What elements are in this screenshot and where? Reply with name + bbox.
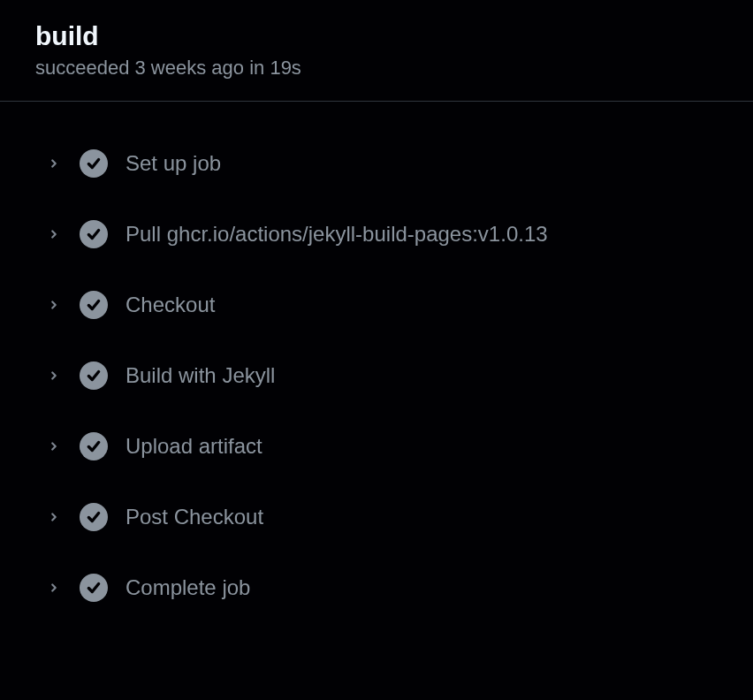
step-set-up-job[interactable]: Set up job bbox=[35, 128, 718, 199]
job-header: build succeeded 3 weeks ago in 19s bbox=[0, 0, 753, 102]
step-label: Upload artifact bbox=[126, 434, 262, 459]
steps-list: Set up job Pull ghcr.io/actions/jekyll-b… bbox=[0, 102, 753, 650]
step-label: Set up job bbox=[126, 151, 221, 176]
step-complete-job[interactable]: Complete job bbox=[35, 552, 718, 623]
chevron-right-icon bbox=[46, 438, 62, 454]
job-title: build bbox=[35, 21, 718, 51]
chevron-right-icon bbox=[46, 509, 62, 525]
check-circle-icon bbox=[80, 432, 108, 460]
check-circle-icon bbox=[80, 361, 108, 390]
check-circle-icon bbox=[80, 220, 108, 248]
step-label: Pull ghcr.io/actions/jekyll-build-pages:… bbox=[126, 222, 548, 247]
check-circle-icon bbox=[80, 291, 108, 319]
chevron-right-icon bbox=[46, 226, 62, 242]
chevron-right-icon bbox=[46, 297, 62, 313]
chevron-right-icon bbox=[46, 580, 62, 596]
step-label: Complete job bbox=[126, 575, 250, 600]
check-circle-icon bbox=[80, 574, 108, 602]
step-label: Build with Jekyll bbox=[126, 363, 275, 388]
chevron-right-icon bbox=[46, 156, 62, 171]
job-status: succeeded 3 weeks ago in 19s bbox=[35, 57, 718, 80]
step-label: Post Checkout bbox=[126, 505, 263, 529]
check-circle-icon bbox=[80, 503, 108, 531]
check-circle-icon bbox=[80, 149, 108, 178]
step-post-checkout[interactable]: Post Checkout bbox=[35, 482, 718, 552]
chevron-right-icon bbox=[46, 368, 62, 384]
step-checkout[interactable]: Checkout bbox=[35, 270, 718, 340]
step-build-jekyll[interactable]: Build with Jekyll bbox=[35, 340, 718, 411]
step-upload-artifact[interactable]: Upload artifact bbox=[35, 411, 718, 482]
step-label: Checkout bbox=[126, 293, 215, 317]
step-pull-image[interactable]: Pull ghcr.io/actions/jekyll-build-pages:… bbox=[35, 199, 718, 270]
